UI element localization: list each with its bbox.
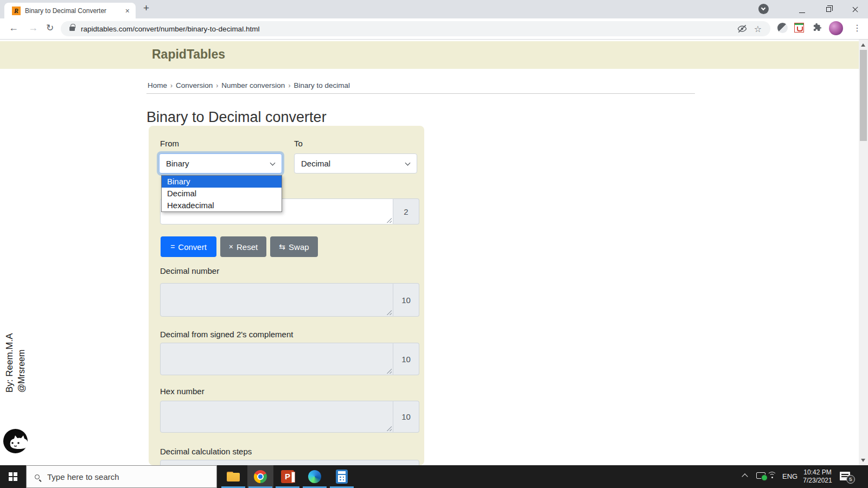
divider bbox=[146, 93, 695, 94]
from-select[interactable]: Binary bbox=[159, 153, 282, 174]
cat-logo-icon bbox=[3, 429, 28, 453]
decimal-number-output[interactable] bbox=[160, 283, 393, 317]
tab-close-icon[interactable]: × bbox=[124, 7, 131, 15]
equals-icon: = bbox=[170, 242, 175, 251]
start-button[interactable] bbox=[0, 465, 26, 488]
converter-panel: From Binary To Decimal Binary Decimal He… bbox=[149, 126, 424, 465]
profile-avatar[interactable] bbox=[829, 21, 843, 35]
clock-time: 10:42 PM bbox=[799, 468, 837, 477]
resize-grip-icon[interactable] bbox=[386, 426, 392, 431]
tray-show-hidden-icons[interactable] bbox=[742, 473, 748, 479]
browser-toolbar: ← → ↻ rapidtables.com/convert/number/bin… bbox=[0, 18, 868, 40]
decimal-number-label: Decimal number bbox=[160, 266, 219, 275]
page-title: Binary to Decimal converter bbox=[146, 109, 327, 126]
signed-complement-label: Decimal from signed 2's complement bbox=[160, 330, 293, 339]
taskbar-calculator[interactable] bbox=[329, 465, 355, 488]
breadcrumb-number-conversion[interactable]: Number conversion bbox=[221, 81, 285, 89]
forward-icon[interactable]: → bbox=[28, 22, 38, 34]
taskbar-file-explorer[interactable] bbox=[220, 465, 246, 488]
from-select-value: Binary bbox=[166, 159, 189, 168]
page-content: RapidTables Home›Conversion›Number conve… bbox=[0, 40, 859, 465]
edge-icon bbox=[308, 470, 321, 483]
chrome-icon bbox=[254, 470, 267, 483]
scrollbar-thumb[interactable] bbox=[860, 50, 867, 141]
reset-button[interactable]: × Reset bbox=[220, 236, 266, 257]
hex-number-output[interactable] bbox=[160, 401, 393, 433]
dropdown-option-binary[interactable]: Binary bbox=[162, 176, 282, 188]
taskbar-powerpoint[interactable]: P bbox=[275, 465, 301, 488]
calculation-steps-field bbox=[160, 460, 419, 465]
converter-buttons: = Convert × Reset ⇆ Swap bbox=[161, 236, 318, 257]
rapidtables-favicon: R bbox=[12, 7, 21, 15]
browser-menu-icon[interactable]: ⋮ bbox=[853, 23, 861, 33]
to-select-value: Decimal bbox=[301, 159, 330, 168]
wifi-icon[interactable] bbox=[767, 472, 778, 480]
window-restore-button[interactable] bbox=[826, 7, 831, 12]
taskbar-chrome[interactable] bbox=[247, 465, 273, 488]
taskbar-edge[interactable] bbox=[302, 465, 328, 488]
decimal-number-field: 10 bbox=[160, 283, 419, 317]
https-lock-icon[interactable] bbox=[69, 27, 75, 31]
breadcrumb-current: Binary to decimal bbox=[293, 81, 350, 89]
from-select-dropdown: Binary Decimal Hexadecimal bbox=[161, 175, 282, 212]
site-header-band: RapidTables bbox=[0, 41, 859, 69]
eye-off-icon[interactable] bbox=[737, 23, 748, 34]
dropdown-option-hexadecimal[interactable]: Hexadecimal bbox=[162, 200, 282, 211]
hex-number-label: Hex number bbox=[160, 387, 205, 396]
windows-logo-icon bbox=[9, 472, 17, 481]
resize-grip-icon[interactable] bbox=[386, 217, 392, 223]
file-explorer-icon bbox=[227, 472, 240, 481]
signed-complement-base-suffix: 10 bbox=[393, 343, 419, 375]
windows-taskbar: Type here to search P ENG 10:42 PM 7/23/… bbox=[0, 465, 868, 488]
swap-button-label: Swap bbox=[289, 242, 309, 252]
resize-grip-icon[interactable] bbox=[386, 368, 392, 374]
reload-icon[interactable]: ↻ bbox=[46, 22, 54, 34]
to-select[interactable]: Decimal bbox=[294, 153, 417, 174]
convert-button[interactable]: = Convert bbox=[161, 236, 216, 257]
search-placeholder: Type here to search bbox=[47, 472, 119, 481]
signed-complement-output[interactable] bbox=[160, 343, 393, 375]
window-minimize-button[interactable] bbox=[799, 12, 805, 13]
calculation-steps-label: Decimal calculation steps bbox=[160, 447, 252, 456]
chevron-down-icon bbox=[270, 160, 276, 166]
resize-grip-icon[interactable] bbox=[386, 310, 392, 315]
breadcrumb-conversion[interactable]: Conversion bbox=[176, 81, 213, 89]
breadcrumb-home[interactable]: Home bbox=[148, 81, 167, 89]
breadcrumb-separator: › bbox=[216, 82, 218, 89]
extensions-puzzle-icon[interactable] bbox=[813, 23, 822, 33]
taskbar-clock[interactable]: 10:42 PM 7/23/2021 bbox=[799, 468, 837, 485]
bookmark-star-icon[interactable]: ☆ bbox=[754, 24, 762, 34]
language-indicator[interactable]: ENG bbox=[782, 472, 797, 480]
swap-button[interactable]: ⇆ Swap bbox=[270, 236, 318, 257]
clock-date: 7/23/2021 bbox=[799, 477, 837, 485]
convert-button-label: Convert bbox=[178, 242, 207, 252]
calculation-steps-output[interactable] bbox=[160, 460, 419, 465]
browser-tab[interactable]: R Binary to Decimal Converter × bbox=[4, 3, 136, 18]
reset-button-label: Reset bbox=[237, 242, 258, 252]
url-text[interactable]: rapidtables.com/convert/number/binary-to… bbox=[81, 25, 737, 33]
calculator-icon bbox=[336, 470, 348, 484]
back-icon[interactable]: ← bbox=[9, 22, 18, 34]
notification-badge[interactable]: 5 bbox=[846, 475, 855, 484]
url-bar[interactable]: rapidtables.com/convert/number/binary-to… bbox=[61, 21, 770, 36]
scroll-up-arrow-icon[interactable] bbox=[861, 43, 865, 47]
chevron-down-icon bbox=[405, 160, 411, 166]
chrome-update-icon[interactable] bbox=[758, 4, 769, 14]
window-close-button[interactable] bbox=[852, 6, 859, 13]
signed-complement-field: 10 bbox=[160, 343, 419, 375]
x-icon: × bbox=[229, 242, 233, 251]
swap-icon: ⇆ bbox=[279, 242, 285, 251]
new-tab-button[interactable]: + bbox=[143, 2, 149, 14]
extension-icon-1[interactable] bbox=[777, 23, 788, 33]
breadcrumb-separator: › bbox=[288, 82, 290, 89]
extension-shield-icon[interactable] bbox=[794, 23, 804, 33]
hex-number-field: 10 bbox=[160, 401, 419, 433]
breadcrumb-separator: › bbox=[170, 82, 173, 89]
site-logo[interactable]: RapidTables bbox=[152, 47, 225, 62]
safely-remove-hardware-icon[interactable] bbox=[756, 472, 765, 479]
scroll-down-arrow-icon[interactable] bbox=[861, 459, 865, 462]
watermark-text: By: Reem.M.A @Mrsreem bbox=[4, 317, 28, 393]
taskbar-search-box[interactable]: Type here to search bbox=[26, 465, 217, 488]
page-scrollbar[interactable] bbox=[859, 40, 868, 465]
dropdown-option-decimal[interactable]: Decimal bbox=[162, 188, 282, 200]
